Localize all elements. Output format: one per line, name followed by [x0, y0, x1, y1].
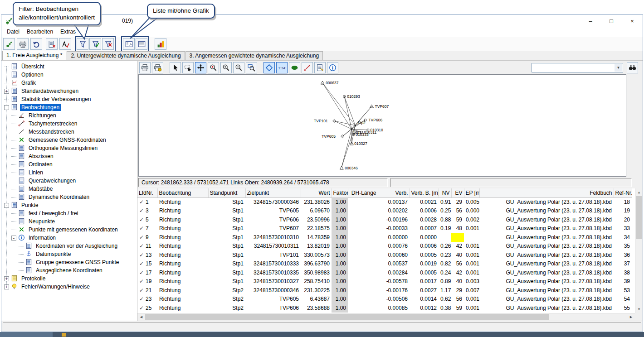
- compute-button[interactable]: [46, 38, 58, 50]
- tree-item-ma-st-be[interactable]: Maßstäbe: [1, 185, 137, 193]
- scroll-right-icon[interactable]: ▶: [627, 313, 635, 321]
- table-row[interactable]: ✓7RichtungStp1TVP60722.185751.00-0.00033…: [137, 224, 632, 233]
- table-row[interactable]: ✓19RichtungStp1324815730010327258.754101…: [137, 277, 632, 286]
- minimize-button[interactable]: –: [580, 15, 601, 27]
- table-row[interactable]: ✓15RichtungStp1324815730010333396.637901…: [137, 260, 632, 269]
- chevron-down-icon[interactable]: ▼: [615, 64, 622, 72]
- tree-item-gruppe-gemessene-gnss-punkte[interactable]: Gruppe gemessene GNSS Punkte: [1, 258, 137, 266]
- tab-1-freie-ausgleichung[interactable]: 1. Freie Ausgleichung *: [2, 51, 66, 60]
- tree-item-optionen[interactable]: Optionen: [1, 71, 137, 79]
- table-row[interactable]: ✓17RichtungStp1324815730010335350.989831…: [137, 269, 632, 278]
- tree-item-tachymeterstrecken[interactable]: Tachymeterstrecken: [1, 120, 137, 128]
- table-row[interactable]: ✓11RichtungStp132481573001031113.820191.…: [137, 242, 632, 251]
- column-header-lfdnr[interactable]: LfdNr.: [137, 188, 157, 197]
- find-button[interactable]: [627, 62, 638, 73]
- table-row[interactable]: ✓23RichtungStp2TVP6056.436871.00-0.00506…: [137, 295, 632, 304]
- pan-tool-button[interactable]: [195, 62, 206, 73]
- undo-button[interactable]: [30, 38, 42, 50]
- network-graphic[interactable]: 000637010293TVP607TVP606TVP605TVP1010103…: [138, 74, 626, 177]
- tree-item-ordinaten[interactable]: Ordinaten: [1, 160, 137, 168]
- tree-item-statistik-der-verbesserungen[interactable]: Statistik der Verbesserungen: [1, 95, 137, 103]
- tree-item-datumspunkte[interactable]: Datumspunkte: [1, 250, 137, 258]
- menu-bearbeiten[interactable]: Bearbeiten: [23, 27, 57, 36]
- tree-item-grafik[interactable]: Grafik: [1, 79, 137, 87]
- error-ellipses-toggle-button[interactable]: [289, 62, 300, 73]
- table-row[interactable]: ✓1RichtungStp1324815730000346231.380261.…: [137, 197, 632, 207]
- zoom-out-tool-button[interactable]: [233, 62, 244, 73]
- table-horizontal-scrollbar[interactable]: ◀ ▶: [137, 313, 635, 321]
- scroll-up-icon[interactable]: ▲: [635, 188, 643, 196]
- tree-item-fest-beweglich-frei[interactable]: fest / beweglich / frei: [1, 209, 137, 217]
- tree-item-abszissen[interactable]: Abszissen: [1, 152, 137, 160]
- tree-item-gemessene-gnss-koordinaten[interactable]: Gemessene GNSS-Koordinaten: [1, 136, 137, 144]
- scale-toggle-button[interactable]: 1:341: [276, 62, 288, 73]
- table-row[interactable]: ✓21RichtungStp2324815730000346231.302251…: [137, 286, 632, 295]
- tree-item-ausgeglichene-koordinaten[interactable]: Ausgeglichene Koordinaten: [1, 266, 137, 274]
- column-header-nv[interactable]: NV: [439, 188, 451, 197]
- maximize-button[interactable]: □: [601, 15, 622, 27]
- tree-item-koordinaten-vor-der-ausgleichung[interactable]: Koordinaten vor der Ausgleichung: [1, 242, 137, 250]
- print-graphic-button[interactable]: [139, 62, 151, 73]
- vertical-scroll-thumb[interactable]: [636, 196, 642, 239]
- tree-item-linien[interactable]: Linien: [1, 168, 137, 177]
- table-row[interactable]: ✓5RichtungStp1TVP60623.509961.00-0.00196…: [137, 216, 632, 225]
- zoom-dynamic-tool-button[interactable]: [208, 62, 219, 73]
- select-area-tool-button[interactable]: [182, 62, 194, 73]
- horizontal-scroll-thumb[interactable]: [145, 314, 549, 320]
- properties-button[interactable]: [314, 62, 326, 73]
- tree-item-richtungen[interactable]: Richtungen: [1, 111, 137, 120]
- close-button[interactable]: ×: [622, 15, 643, 27]
- tree-item-beobachtungen[interactable]: -Beobachtungen: [1, 103, 137, 111]
- taskbar-icon[interactable]: [62, 333, 66, 337]
- filter-unkontrolliert-button[interactable]: [102, 38, 114, 50]
- column-header-zielpunkt[interactable]: Zielpunkt: [245, 188, 301, 197]
- tree-item-punkte[interactable]: -Punkte: [1, 201, 137, 209]
- tree-expander-icon[interactable]: -: [4, 105, 9, 110]
- column-header-ref-nr[interactable]: Ref-Nr.: [614, 188, 632, 197]
- tree-item-information[interactable]: -Information: [1, 234, 137, 242]
- column-header-ev[interactable]: EV: [451, 188, 464, 197]
- zoom-window-tool-button[interactable]: [246, 62, 257, 73]
- print-button[interactable]: [17, 38, 29, 50]
- column-header-verb[interactable]: Verb.: [378, 188, 410, 197]
- column-header-verb-b-m[interactable]: Verb. B. [m]: [410, 188, 439, 197]
- tab-2-untergewichtete-dynamische-ausgleichung[interactable]: 2. Untergewichtete dynamische Ausgleichu…: [67, 51, 185, 60]
- tree-item-dynamische-koordinaten[interactable]: Dynamische Koordinaten: [1, 193, 137, 201]
- tree-expander-icon[interactable]: +: [4, 284, 9, 289]
- tree-item-fehler-warnungen-hinweise[interactable]: +Fehler/Warnungen/Hinweise: [1, 283, 137, 291]
- column-header-standpunkt[interactable]: Standpunkt: [208, 188, 245, 197]
- tree-item-querabweichungen[interactable]: Querabweichungen: [1, 177, 137, 185]
- vectors-toggle-button[interactable]: [302, 62, 313, 73]
- select-tool-button[interactable]: [170, 62, 181, 73]
- zoom-in-tool-button[interactable]: [220, 62, 232, 73]
- tree-item-bersicht[interactable]: Übersicht: [1, 63, 137, 71]
- column-header-wert[interactable]: Wert: [301, 188, 332, 197]
- column-header-faktor[interactable]: Faktor: [332, 188, 348, 197]
- menu-datei[interactable]: Datei: [3, 27, 23, 36]
- tree-item-protokolle[interactable]: +Protokolle: [1, 274, 137, 283]
- table-row[interactable]: ✓13RichtungStp1TVP101330.005731.000.0006…: [137, 251, 632, 260]
- tree-item-punkte-mit-gemessenen-koordinaten[interactable]: Punkte mit gemessenen Koordinaten: [1, 226, 137, 234]
- tree-expander-icon[interactable]: +: [4, 276, 9, 281]
- tree-expander-icon[interactable]: +: [4, 89, 9, 94]
- tree-item-standardabweichungen[interactable]: +Standardabweichungen: [1, 87, 137, 95]
- column-header-feldbuch[interactable]: Feldbuch: [479, 188, 614, 197]
- tree-item-messbandstrecken[interactable]: Messbandstrecken: [1, 128, 137, 136]
- scroll-down-icon[interactable]: ▼: [635, 305, 643, 313]
- table-vertical-scrollbar[interactable]: ▲ ▼: [635, 188, 643, 313]
- app-tool-button[interactable]: [3, 38, 15, 50]
- search-combobox[interactable]: ▼: [532, 63, 623, 72]
- tree-item-neupunkte[interactable]: Neupunkte: [1, 217, 137, 226]
- column-header-beobachtung[interactable]: Beobachtung: [157, 188, 208, 197]
- column-header-ep-m[interactable]: EP [m]: [464, 188, 479, 197]
- scroll-left-icon[interactable]: ◀: [137, 313, 145, 321]
- column-header-dh-l-nge[interactable]: DH-Länge: [348, 188, 378, 197]
- tree-expander-icon[interactable]: -: [11, 236, 16, 241]
- symbols-toggle-button[interactable]: [263, 62, 275, 73]
- print-settings-button[interactable]: [152, 62, 163, 73]
- tab-3-angemessen-gewichtete-dynamische-ausgleichung[interactable]: 3. Angemessen gewichtete dynamische Ausg…: [185, 51, 323, 60]
- info-button[interactable]: [327, 62, 338, 73]
- tree-expander-icon[interactable]: -: [4, 203, 9, 208]
- table-row[interactable]: ✓25RichtungStp2TVP60623.586881.000.00085…: [137, 304, 632, 313]
- table-row[interactable]: ✓9RichtungStp132481573001031014.783591.0…: [137, 233, 632, 242]
